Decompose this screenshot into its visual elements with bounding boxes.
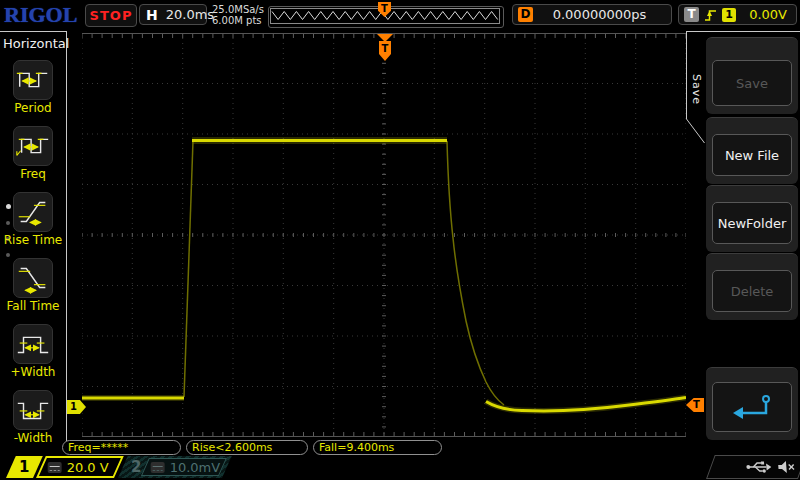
delay-box[interactable]: D 0.00000000ps: [512, 4, 672, 25]
save-tab-label: Save: [687, 60, 703, 120]
rising-edge-icon: [704, 7, 717, 23]
status-icon-panel: [706, 455, 800, 479]
measurement-slot-freq: Freq=*****: [62, 440, 181, 455]
timebase-label: H: [146, 7, 158, 23]
memory-depth: 6.00M pts: [212, 15, 264, 26]
delete-button[interactable]: Delete: [712, 270, 792, 312]
new-file-button-shell: New File: [706, 117, 798, 184]
delay-label: D: [518, 7, 533, 22]
new-file-button[interactable]: New File: [712, 134, 792, 176]
trigger-source-chip: 1: [722, 8, 736, 22]
trigger-position-marker[interactable]: T: [377, 34, 393, 61]
left-menu-title: Horizontal: [3, 36, 69, 51]
channel2-number: 2: [127, 458, 145, 476]
graticule: [82, 33, 686, 437]
menu-item-freq[interactable]: [13, 126, 53, 166]
period-icon: [14, 61, 52, 99]
rise-time-icon: [14, 193, 52, 231]
trigger-level-value: 0.00V: [741, 7, 791, 22]
fall-time-icon: [14, 259, 52, 297]
run-state-indicator[interactable]: STOP: [85, 4, 137, 27]
speaker-muted-icon[interactable]: [777, 460, 796, 474]
menu-item-freq-label[interactable]: Freq: [0, 167, 66, 181]
trigger-position-label: T: [382, 43, 389, 54]
menu-item-fall-time-label[interactable]: Fall Time: [0, 299, 66, 313]
menu-item-pos-width[interactable]: [13, 324, 53, 364]
channel2-scale: 10.0mV: [170, 460, 221, 475]
channel1-indicator[interactable]: 1 20.0 V: [6, 456, 124, 478]
menu-page-dots: [6, 192, 11, 269]
menu-item-rise-time[interactable]: [13, 192, 53, 232]
return-arrow-icon: [730, 393, 774, 421]
oscilloscope-screen: RIGOL STOP H 20.0ms 25.0MSa/s 6.00M pts …: [0, 0, 800, 480]
return-button[interactable]: [712, 382, 792, 432]
freq-icon: [14, 127, 52, 165]
right-menu-panel: Save New File NewFolder Delete: [704, 31, 800, 452]
menu-item-period-label[interactable]: Period: [0, 101, 66, 115]
channel1-scale: 20.0 V: [67, 460, 109, 475]
usb-icon[interactable]: [745, 460, 772, 474]
menu-item-neg-width-label[interactable]: -Width: [0, 431, 66, 445]
timebase-value: 20.0ms: [166, 7, 214, 22]
new-folder-button[interactable]: NewFolder: [712, 202, 792, 244]
new-folder-button-shell: NewFolder: [706, 185, 798, 252]
measurement-slot-fall: Fall=9.400ms: [313, 440, 442, 455]
menu-item-period[interactable]: [13, 60, 53, 100]
menu-item-pos-width-label[interactable]: +Width: [0, 365, 66, 379]
dc-coupling-icon: [48, 462, 62, 473]
timebase-box[interactable]: H 20.0ms: [139, 4, 207, 25]
menu-item-fall-time[interactable]: [13, 258, 53, 298]
waveform-display: T: [82, 33, 686, 437]
save-button-shell: Save: [706, 37, 798, 114]
save-button[interactable]: Save: [712, 60, 792, 106]
trigger-label: T: [684, 7, 699, 22]
measurement-slot-rise: Rise<2.600ms: [186, 440, 308, 455]
return-button-shell: [706, 367, 798, 440]
acquisition-info: 25.0MSa/s 6.00M pts: [212, 4, 264, 26]
dc-coupling-icon: [151, 462, 165, 473]
run-state-label: STOP: [90, 8, 133, 23]
pos-width-icon: [14, 325, 52, 363]
menu-item-neg-width[interactable]: [13, 390, 53, 430]
channel1-number: 1: [19, 456, 29, 478]
neg-width-icon: [14, 391, 52, 429]
channel2-indicator[interactable]: 2 10.0mV: [118, 456, 232, 478]
menu-item-rise-time-label[interactable]: Rise Time: [0, 233, 66, 247]
rigol-logo: RIGOL: [4, 2, 77, 28]
delay-value: 0.00000000ps: [533, 7, 666, 22]
sample-rate: 25.0MSa/s: [212, 4, 264, 15]
trigger-box[interactable]: T 1 0.00V: [678, 4, 797, 25]
delete-button-shell: Delete: [706, 253, 798, 320]
